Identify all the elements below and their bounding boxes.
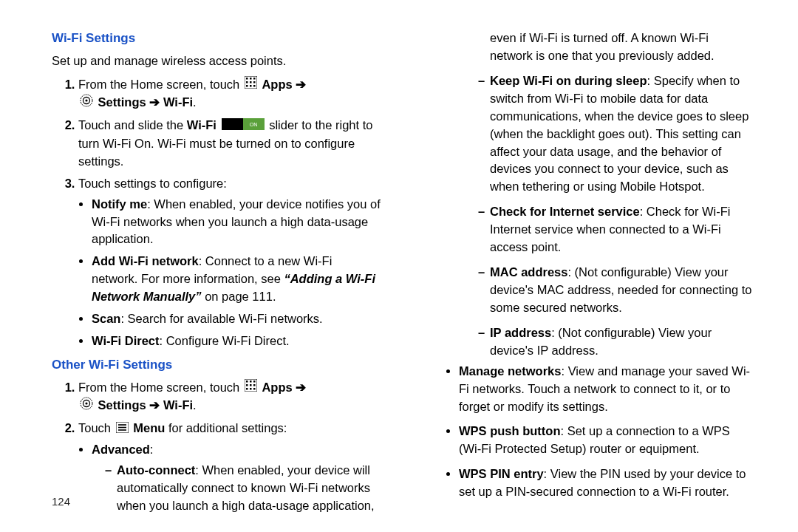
label-apps: Apps xyxy=(262,78,292,91)
item-wifi-direct: Wi-Fi Direct: Configure Wi-Fi Direct. xyxy=(92,332,381,350)
steps-wifi: From the Home screen, touch Apps ➔ Setti… xyxy=(52,76,381,350)
svg-rect-19 xyxy=(253,381,256,383)
svg-rect-24 xyxy=(250,388,252,390)
text: From the Home screen, touch xyxy=(78,78,243,91)
item-wps-push: WPS push button: Set up a connection to … xyxy=(459,423,754,458)
step-1: From the Home screen, touch Apps ➔ Setti… xyxy=(78,76,381,113)
item-manage-networks: Manage networks: View and manage your sa… xyxy=(459,363,754,416)
arrow: ➔ xyxy=(296,78,306,91)
svg-point-12 xyxy=(85,100,87,102)
svg-rect-22 xyxy=(253,384,256,386)
label-apps: Apps xyxy=(262,381,292,394)
settings-gear-icon xyxy=(80,94,93,112)
item-wps-pin: WPS PIN entry: View the PIN used by your… xyxy=(459,466,754,501)
step-3: Touch settings to configure: Notify me: … xyxy=(78,175,381,350)
item-mac-address: MAC address: (Not configurable) View you… xyxy=(478,264,754,317)
svg-rect-9 xyxy=(253,85,256,87)
item-keep-wifi: Keep Wi-Fi on during sleep: Specify when… xyxy=(478,72,754,196)
item-notify-me: Notify me: When enabled, your device not… xyxy=(92,196,381,249)
text: Touch and slide the xyxy=(78,118,187,132)
label-settings: Settings xyxy=(98,95,146,109)
svg-point-28 xyxy=(85,403,87,405)
svg-rect-1 xyxy=(246,78,248,80)
lead-text: Set up and manage wireless access points… xyxy=(52,52,381,70)
label-wifi-inline: Wi-Fi xyxy=(187,118,216,132)
svg-rect-21 xyxy=(250,384,252,386)
svg-rect-23 xyxy=(246,388,248,390)
svg-rect-17 xyxy=(246,381,248,383)
svg-text:ON: ON xyxy=(249,122,257,127)
step-2: Touch and slide the Wi-Fi ON slider to t… xyxy=(78,117,381,170)
svg-rect-18 xyxy=(250,381,252,383)
label-wifi: Wi-Fi xyxy=(163,95,193,109)
toggle-on-icon: ON xyxy=(222,117,265,135)
bullet-list-col2: Manage networks: View and manage your sa… xyxy=(451,363,754,501)
arrow: ➔ xyxy=(296,381,306,394)
settings-gear-icon xyxy=(80,397,93,415)
svg-rect-13 xyxy=(222,118,243,130)
text: Touch settings to configure: xyxy=(78,177,227,190)
page-number: 124 xyxy=(52,494,70,510)
text: Touch xyxy=(78,421,115,434)
item-add-wifi: Add Wi-Fi network: Connect to a new Wi-F… xyxy=(92,253,381,306)
ostep-1: From the Home screen, touch Apps ➔ Setti… xyxy=(78,379,381,416)
svg-rect-5 xyxy=(250,81,252,83)
item-scan: Scan: Search for available Wi-Fi network… xyxy=(92,310,381,328)
text: for additional settings: xyxy=(165,421,287,434)
label-wifi: Wi-Fi xyxy=(163,398,193,412)
label-menu: Menu xyxy=(133,421,165,434)
text: From the Home screen, touch xyxy=(78,381,243,394)
heading-other-wifi: Other Wi-Fi Settings xyxy=(52,356,381,375)
svg-rect-4 xyxy=(246,81,248,83)
svg-rect-25 xyxy=(253,388,256,390)
svg-rect-2 xyxy=(250,78,252,80)
arrow: ➔ xyxy=(149,398,160,412)
svg-rect-3 xyxy=(253,78,256,80)
heading-wifi-settings: Wi-Fi Settings xyxy=(52,30,381,48)
menu-icon xyxy=(116,420,129,438)
item-ip-address: IP address: (Not configurable) View your… xyxy=(478,324,754,360)
arrow: ➔ xyxy=(149,95,160,109)
apps-grid-icon xyxy=(245,379,257,397)
sublist: Notify me: When enabled, your device not… xyxy=(92,196,381,350)
label-settings: Settings xyxy=(98,398,146,412)
svg-rect-20 xyxy=(246,384,248,386)
svg-rect-6 xyxy=(253,81,256,83)
svg-rect-7 xyxy=(246,85,248,87)
svg-rect-8 xyxy=(250,85,252,87)
item-check-internet: Check for Internet service: Check for Wi… xyxy=(478,203,754,256)
apps-grid-icon xyxy=(245,76,257,94)
